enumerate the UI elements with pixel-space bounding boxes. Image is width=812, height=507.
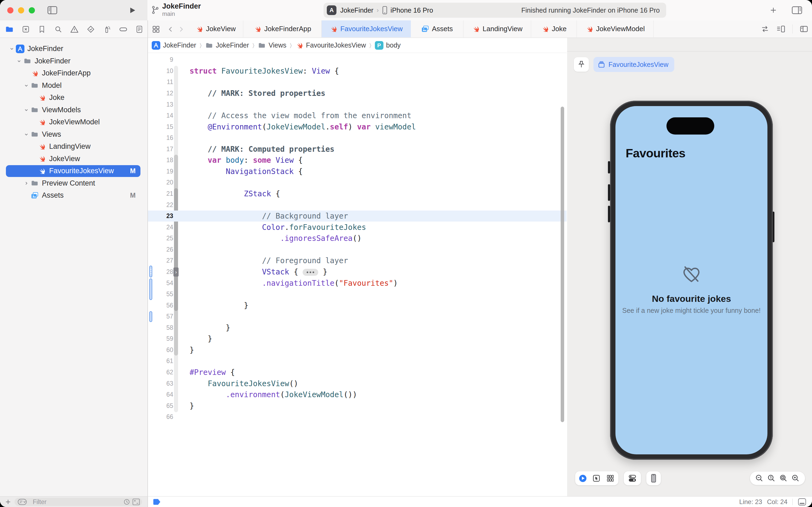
code-text[interactable]: @Environment(JokeViewModel.self) var vie… [189, 122, 416, 131]
line-number[interactable]: 65 [148, 402, 173, 409]
disclosure-down-icon[interactable] [24, 107, 28, 113]
zoom-100-icon[interactable] [767, 474, 776, 483]
code-line-22[interactable]: 22 [148, 199, 567, 211]
code-line-17[interactable]: 17 // MARK: Computed properties [148, 144, 567, 155]
line-number[interactable]: 12 [148, 90, 173, 97]
line-number[interactable]: 26 [148, 246, 173, 253]
code-line-11[interactable]: 11 [148, 76, 567, 88]
line-number[interactable]: 16 [148, 134, 173, 142]
scheme-breadcrumb[interactable]: JokeFinder main [151, 2, 201, 17]
line-number[interactable]: 11 [148, 78, 173, 86]
code-line-60[interactable]: 60} [148, 344, 567, 356]
line-number[interactable]: 23 [148, 212, 173, 220]
code-line-57[interactable]: 57 [148, 311, 567, 322]
line-number[interactable]: 59 [148, 335, 173, 342]
sidebar-item-jokefinder[interactable]: JokeFinder [0, 43, 148, 55]
code-text[interactable]: Color.forFavouriteJokes [189, 223, 366, 232]
go-back-icon[interactable] [167, 20, 175, 38]
navigator-tab-project-icon[interactable] [4, 24, 14, 35]
disclosure-down-icon[interactable] [10, 46, 14, 51]
code-line-15[interactable]: 15 @Environment(JokeViewModel.self) var … [148, 121, 567, 132]
code-line-27[interactable]: 27 // Foreground layer [148, 255, 567, 266]
code-line-65[interactable]: 65} [148, 400, 567, 411]
line-number[interactable]: 18 [148, 157, 173, 164]
line-number[interactable]: 60 [148, 346, 173, 354]
line-number[interactable]: 58 [148, 324, 173, 331]
code-text[interactable]: FavouriteJokesView() [189, 379, 298, 388]
swap-editor-icon[interactable] [761, 25, 769, 33]
line-number[interactable]: 13 [148, 101, 173, 108]
code-line-14[interactable]: 14 // Access the view model from the env… [148, 110, 567, 121]
code-line-12[interactable]: 12 // MARK: Stored properties [148, 88, 567, 99]
add-tab-button[interactable] [769, 6, 777, 14]
zoom-window-button[interactable] [29, 7, 35, 13]
code-lines[interactable]: 910struct FavouriteJokesView: View {1112… [148, 54, 567, 423]
code-text[interactable]: // MARK: Stored properties [189, 89, 326, 98]
code-line-24[interactable]: 24 Color.forFavouriteJokes [148, 222, 567, 233]
line-number[interactable]: 25 [148, 235, 173, 242]
breadcrumb-item-jokefinder[interactable]: JokeFinder [205, 41, 249, 49]
navigator-tab-debug-icon[interactable] [102, 24, 112, 35]
tab-joke[interactable]: Joke [531, 20, 577, 37]
sidebar-item-model[interactable]: Model [0, 79, 148, 92]
code-line-58[interactable]: 58 } [148, 322, 567, 334]
breadcrumb-item-favouritejokesview[interactable]: FavouriteJokesView [295, 41, 366, 49]
fold-chevron-icon[interactable]: › [173, 268, 179, 277]
code-line-21[interactable]: 21 ZStack { [148, 188, 567, 200]
line-number[interactable]: 66 [148, 413, 173, 420]
variants-mode-icon[interactable] [606, 474, 615, 482]
sidebar-item-jokefinderapp[interactable]: JokeFinderApp [0, 67, 148, 79]
sidebar-item-viewmodels[interactable]: ViewModels [0, 104, 148, 116]
code-line-18[interactable]: 18 var body: some View { [148, 155, 567, 166]
toggle-inspectors-icon[interactable] [792, 6, 802, 14]
line-number[interactable]: 27 [148, 257, 173, 264]
code-line-16[interactable]: 16 [148, 132, 567, 144]
line-number[interactable]: 20 [148, 179, 173, 186]
line-number[interactable]: 56 [148, 302, 173, 309]
sidebar-item-jokeviewmodel[interactable]: JokeViewModel [0, 116, 148, 128]
selectable-mode-icon[interactable] [592, 474, 600, 482]
code-text[interactable]: } [189, 301, 248, 310]
navigator-tab-find-icon[interactable] [53, 24, 63, 35]
breadcrumb-item-jokefinder[interactable]: JokeFinder [152, 41, 196, 50]
sidebar-item-favouritejokesview[interactable]: FavouriteJokesViewM [0, 165, 148, 177]
code-text[interactable]: // Background layer [189, 212, 348, 220]
line-number[interactable]: 62 [148, 369, 173, 376]
tab-jokefinderapp[interactable]: JokeFinderApp [243, 20, 322, 37]
code-line-19[interactable]: 19 NavigationStack { [148, 166, 567, 177]
line-number[interactable]: 9 [148, 56, 173, 63]
code-text[interactable]: var body: some View { [189, 156, 303, 165]
minimize-window-button[interactable] [18, 7, 24, 13]
tab-landingview[interactable]: LandingView [463, 20, 531, 37]
code-text[interactable]: } [189, 401, 194, 410]
recent-files-clock-icon[interactable] [123, 498, 130, 505]
filter-input[interactable] [32, 498, 123, 506]
toggle-debug-area-icon[interactable] [798, 498, 807, 506]
navigator-tab-source-control-icon[interactable] [21, 24, 31, 35]
line-number[interactable]: 21 [148, 190, 173, 198]
navigator-tab-issues-icon[interactable] [69, 24, 79, 35]
disclosure-down-icon[interactable] [24, 132, 28, 137]
disclosure-right-icon[interactable] [24, 181, 28, 186]
zoom-to-fit-icon[interactable] [779, 474, 788, 483]
line-number[interactable]: 24 [148, 224, 173, 231]
code-line-20[interactable]: 20 [148, 177, 567, 188]
toggle-navigator-icon[interactable] [47, 6, 57, 14]
filter-field[interactable] [14, 498, 142, 506]
tab-jokeview[interactable]: JokeView [188, 20, 243, 37]
code-line-10[interactable]: 10struct FavouriteJokesView: View { [148, 65, 567, 77]
sidebar-item-jokefinder[interactable]: JokeFinder [0, 55, 148, 67]
line-number[interactable]: 15 [148, 123, 173, 130]
code-line-9[interactable]: 9 [148, 54, 567, 65]
add-file-icon[interactable] [5, 499, 11, 505]
sidebar-item-landingview[interactable]: LandingView [0, 140, 148, 153]
code-line-61[interactable]: 61 [148, 355, 567, 367]
code-text[interactable]: } [189, 346, 194, 354]
line-number[interactable]: 17 [148, 146, 173, 153]
source-editor[interactable]: 910struct FavouriteJokesView: View {1112… [148, 53, 567, 496]
code-line-13[interactable]: 13 [148, 99, 567, 110]
code-line-25[interactable]: 25 .ignoresSafeArea() [148, 233, 567, 244]
code-line-63[interactable]: 63 FavouriteJokesView() [148, 378, 567, 389]
preview-selection-chip[interactable]: FavouriteJokesView [593, 57, 674, 72]
code-text[interactable]: ZStack { [189, 189, 280, 198]
